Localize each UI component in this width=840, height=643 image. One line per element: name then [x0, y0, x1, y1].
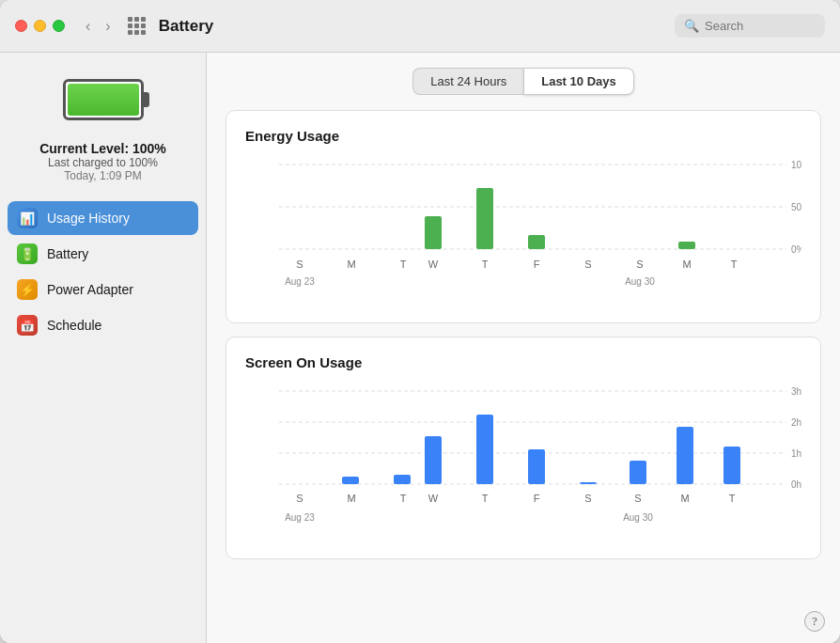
energy-bar-f — [528, 235, 545, 249]
svg-text:0h: 0h — [791, 479, 801, 490]
screen-bar-t3 — [723, 447, 740, 484]
schedule-icon: 📅 — [17, 315, 38, 336]
svg-text:100%: 100% — [791, 160, 801, 170]
sidebar-item-power-label: Power Adapter — [47, 282, 133, 297]
search-input[interactable] — [705, 19, 816, 33]
svg-text:M: M — [682, 259, 691, 270]
sidebar-item-power-adapter[interactable]: ⚡ Power Adapter — [8, 273, 198, 306]
maximize-button[interactable] — [53, 20, 65, 32]
svg-text:T: T — [729, 493, 736, 504]
screen-chart-area: 3h 2h 1h 0h — [245, 382, 801, 545]
battery-info: Current Level: 100% Last charged to 100%… — [39, 141, 166, 182]
svg-text:W: W — [428, 259, 439, 270]
sidebar-item-schedule[interactable]: 📅 Schedule — [8, 308, 198, 342]
svg-text:M: M — [347, 493, 355, 504]
battery-nav-icon: 🔋 — [17, 243, 38, 264]
tab-bar: Last 24 Hours Last 10 Days — [226, 68, 821, 95]
svg-text:Aug 30: Aug 30 — [625, 276, 655, 287]
svg-text:50%: 50% — [791, 202, 801, 212]
battery-time-label: Today, 1:09 PM — [39, 169, 166, 182]
screen-bar-w — [425, 436, 442, 484]
screen-bar-t2 — [476, 415, 493, 484]
svg-text:S: S — [296, 493, 303, 504]
screen-usage-card: Screen On Usage 3h 2h 1h 0h — [226, 337, 821, 559]
battery-icon-wrap — [61, 75, 146, 124]
svg-text:0%: 0% — [791, 244, 801, 255]
screen-bar-s2 — [630, 461, 646, 484]
traffic-lights — [15, 20, 65, 32]
screen-bar-s1 — [580, 482, 597, 484]
sidebar-item-usage-history[interactable]: 📊 Usage History — [8, 201, 198, 235]
svg-text:Aug 30: Aug 30 — [623, 512, 653, 523]
energy-chart-title: Energy Usage — [245, 128, 801, 144]
help-button[interactable]: ? — [804, 611, 825, 632]
svg-text:F: F — [534, 493, 540, 504]
sidebar-item-schedule-label: Schedule — [47, 318, 101, 333]
usage-history-icon: 📊 — [17, 208, 38, 228]
svg-text:S: S — [584, 493, 591, 504]
svg-text:Aug 23: Aug 23 — [285, 512, 315, 523]
svg-text:T: T — [400, 493, 407, 504]
search-icon: 🔍 — [684, 19, 699, 33]
battery-level-label: Current Level: 100% — [39, 141, 166, 156]
screen-chart-svg: 3h 2h 1h 0h — [245, 382, 801, 541]
content-area: Current Level: 100% Last charged to 100%… — [0, 53, 840, 643]
screen-bar-t1 — [394, 475, 411, 484]
power-adapter-icon: ⚡ — [17, 279, 38, 300]
svg-text:3h: 3h — [791, 386, 801, 397]
svg-text:1h: 1h — [791, 448, 801, 459]
svg-text:S: S — [584, 259, 591, 270]
svg-text:F: F — [534, 259, 540, 270]
sidebar-item-battery[interactable]: 🔋 Battery — [8, 237, 198, 271]
page-title: Battery — [159, 17, 675, 36]
screen-bar-f — [528, 449, 545, 484]
forward-button[interactable]: › — [100, 16, 116, 37]
close-button[interactable] — [15, 20, 27, 32]
svg-text:S: S — [296, 259, 303, 270]
svg-text:W: W — [428, 493, 439, 504]
energy-bar-m2 — [678, 242, 695, 249]
titlebar: ‹ › Battery 🔍 — [0, 0, 840, 53]
nav-arrows: ‹ › — [80, 16, 117, 37]
tab-10d[interactable]: Last 10 Days — [523, 68, 634, 95]
battery-visual — [63, 79, 144, 120]
sidebar-item-usage-history-label: Usage History — [47, 211, 130, 226]
svg-text:S: S — [636, 259, 643, 270]
screen-bar-m2 — [677, 427, 693, 484]
sidebar-nav: 📊 Usage History 🔋 Battery ⚡ Power Adapte… — [0, 201, 206, 342]
energy-bar-t1 — [476, 188, 493, 249]
screen-bar-m1 — [342, 477, 359, 484]
svg-text:T: T — [731, 259, 738, 270]
svg-text:T: T — [482, 493, 489, 504]
svg-text:T: T — [482, 259, 489, 270]
svg-text:T: T — [400, 259, 407, 270]
energy-bar-w — [425, 216, 442, 249]
sidebar: Current Level: 100% Last charged to 100%… — [0, 53, 207, 643]
search-box[interactable]: 🔍 — [675, 14, 825, 38]
svg-text:S: S — [634, 493, 641, 504]
back-button[interactable]: ‹ — [80, 16, 96, 37]
energy-chart-area: 100% 50% 0% — [245, 155, 801, 309]
app-window: ‹ › Battery 🔍 — [0, 0, 840, 643]
svg-text:M: M — [347, 259, 355, 270]
svg-text:Aug 23: Aug 23 — [285, 276, 315, 287]
energy-chart-svg: 100% 50% 0% — [245, 155, 801, 306]
svg-text:M: M — [680, 493, 689, 504]
energy-usage-card: Energy Usage 100% 50% 0% — [226, 110, 821, 323]
battery-charged-label: Last charged to 100% — [39, 156, 166, 169]
apps-grid-icon[interactable] — [128, 17, 146, 35]
tab-24h[interactable]: Last 24 Hours — [412, 68, 523, 95]
main-panel: Last 24 Hours Last 10 Days Energy Usage … — [207, 53, 840, 643]
sidebar-item-battery-label: Battery — [47, 246, 88, 261]
minimize-button[interactable] — [34, 20, 46, 32]
screen-chart-title: Screen On Usage — [245, 354, 801, 370]
battery-fill — [68, 84, 139, 116]
svg-text:2h: 2h — [791, 417, 801, 428]
